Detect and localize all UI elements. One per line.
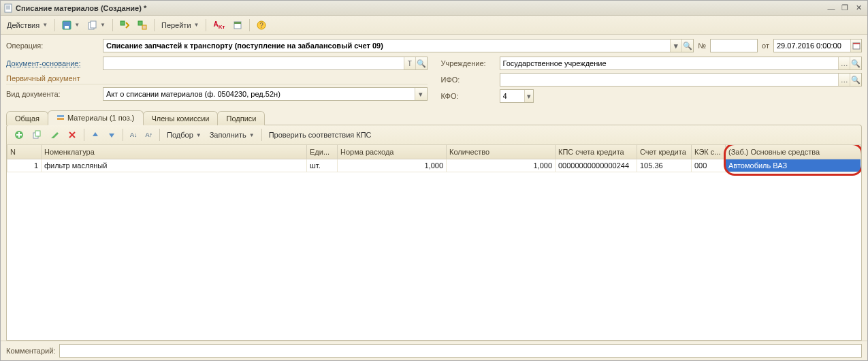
- col-nomenclature[interactable]: Номенклатура: [42, 145, 307, 159]
- fill-button[interactable]: Заполнить▼: [206, 127, 258, 142]
- svg-rect-16: [853, 43, 860, 44]
- materials-table: N Номенклатура Еди... Норма расхода Коли…: [6, 145, 862, 341]
- col-rate[interactable]: Норма расхода: [338, 145, 447, 159]
- cell-qty[interactable]: 1,000: [447, 159, 556, 172]
- kfo-label: КФО:: [441, 92, 496, 100]
- bottom-bar: Комментарий:: [1, 341, 867, 360]
- date-field[interactable]: [774, 42, 850, 50]
- ifo-label: ИФО:: [441, 76, 496, 84]
- check-kps-button[interactable]: Проверить соответствия КПС: [266, 127, 375, 142]
- materials-icon: [57, 114, 65, 122]
- cell-unit[interactable]: шт.: [307, 159, 338, 172]
- copy-row-icon[interactable]: [29, 127, 45, 142]
- comment-label: Комментарий:: [6, 347, 55, 355]
- col-asset[interactable]: (Заб.) Основные средства: [726, 145, 861, 159]
- structure-icon[interactable]: AKт: [210, 18, 228, 33]
- kfo-field[interactable]: [500, 92, 524, 100]
- cell-kps[interactable]: 00000000000000244: [556, 159, 637, 172]
- svg-rect-21: [35, 131, 40, 136]
- col-kek[interactable]: КЭК с...: [692, 145, 726, 159]
- number-label: №: [698, 42, 706, 50]
- move-down-icon[interactable]: [104, 127, 119, 142]
- svg-rect-9: [138, 21, 142, 25]
- date-label: от: [762, 42, 769, 50]
- tab-commission[interactable]: Члены комиссии: [143, 111, 219, 125]
- comment-field[interactable]: [60, 347, 861, 355]
- col-account[interactable]: Счет кредита: [637, 145, 692, 159]
- sort-desc-icon[interactable]: A↑: [142, 127, 157, 142]
- ifo-open-icon[interactable]: 🔍: [850, 74, 861, 86]
- sort-asc-icon[interactable]: A↓: [127, 127, 141, 142]
- cell-n[interactable]: 1: [7, 159, 42, 172]
- svg-rect-8: [120, 21, 125, 25]
- svg-rect-17: [57, 115, 64, 117]
- calendar-icon[interactable]: [850, 40, 861, 52]
- docbase-link[interactable]: Документ-основание:: [6, 59, 99, 67]
- post-icon[interactable]: [116, 18, 133, 33]
- window-title: Списание материалов (Создание) *: [16, 4, 824, 12]
- col-n[interactable]: N: [7, 145, 42, 159]
- primary-doc-section: Первичный документ: [6, 73, 428, 84]
- table-row[interactable]: 1 фильтр масляный шт. 1,000 1,000 000000…: [7, 159, 861, 172]
- institution-open-icon[interactable]: 🔍: [850, 57, 861, 69]
- svg-text:?: ?: [260, 22, 264, 29]
- svg-rect-12: [234, 22, 241, 24]
- cell-account[interactable]: 105.36: [637, 159, 692, 172]
- document-icon: [3, 3, 13, 13]
- col-kps[interactable]: КПС счета кредита: [556, 145, 637, 159]
- institution-select-icon[interactable]: …: [838, 57, 850, 69]
- operation-field[interactable]: [103, 42, 670, 50]
- restore-button[interactable]: ❐: [839, 3, 851, 14]
- report-icon[interactable]: [229, 18, 246, 33]
- svg-rect-10: [142, 25, 146, 29]
- tab-signatures[interactable]: Подписи: [217, 111, 265, 125]
- cell-nomenclature[interactable]: фильтр масляный: [42, 159, 307, 172]
- tab-general[interactable]: Общая: [6, 111, 48, 125]
- col-unit[interactable]: Еди...: [307, 145, 338, 159]
- help-icon[interactable]: ?: [253, 18, 270, 33]
- cell-asset[interactable]: Автомобиль ВАЗ: [726, 159, 861, 172]
- save-icon[interactable]: ▼: [59, 18, 83, 33]
- number-field[interactable]: [711, 42, 757, 50]
- docbase-text-button[interactable]: T: [404, 57, 415, 69]
- doctype-label: Вид документа:: [6, 90, 99, 98]
- docbase-field[interactable]: [103, 59, 404, 67]
- pick-button[interactable]: Подбор▼: [163, 127, 205, 142]
- svg-rect-7: [91, 21, 96, 28]
- institution-field[interactable]: [500, 59, 839, 67]
- tabs: Общая Материалы (1 поз.) Члены комиссии …: [1, 107, 867, 125]
- svg-rect-18: [57, 118, 64, 120]
- ifo-field[interactable]: [500, 76, 839, 84]
- delete-row-icon[interactable]: [64, 127, 80, 142]
- kfo-dropdown-icon[interactable]: ▾: [524, 90, 533, 102]
- cell-rate[interactable]: 1,000: [338, 159, 447, 172]
- doctype-dropdown-icon[interactable]: ▾: [415, 88, 426, 100]
- move-up-icon[interactable]: [88, 127, 103, 142]
- close-button[interactable]: ✕: [852, 3, 865, 14]
- svg-rect-5: [65, 26, 69, 29]
- title-bar: Списание материалов (Создание) * — ❐ ✕: [1, 1, 867, 16]
- copy-icon[interactable]: ▼: [84, 18, 109, 33]
- add-row-icon[interactable]: [11, 127, 27, 142]
- docbase-open-icon[interactable]: 🔍: [415, 57, 427, 69]
- tab-materials[interactable]: Материалы (1 поз.): [48, 110, 144, 125]
- post-close-icon[interactable]: [134, 18, 150, 33]
- operation-dropdown-icon[interactable]: ▾: [670, 40, 681, 52]
- operation-label: Операция:: [6, 42, 99, 50]
- goto-menu[interactable]: Перейти▼: [158, 18, 203, 33]
- col-qty[interactable]: Количество: [447, 145, 556, 159]
- edit-row-icon[interactable]: [46, 127, 63, 142]
- actions-menu[interactable]: Действия▼: [3, 18, 51, 33]
- minimize-button[interactable]: —: [825, 3, 837, 14]
- table-toolbar: A↓ A↑ Подбор▼ Заполнить▼ Проверить соотв…: [6, 125, 862, 145]
- ifo-select-icon[interactable]: …: [838, 74, 850, 86]
- svg-rect-0: [5, 4, 12, 12]
- main-toolbar: Действия▼ ▼ ▼ Перейти▼ AKт ?: [1, 16, 867, 35]
- operation-open-icon[interactable]: 🔍: [681, 40, 693, 52]
- doctype-field[interactable]: [103, 90, 415, 98]
- institution-label: Учреждение:: [441, 59, 496, 67]
- cell-kek[interactable]: 000: [692, 159, 726, 172]
